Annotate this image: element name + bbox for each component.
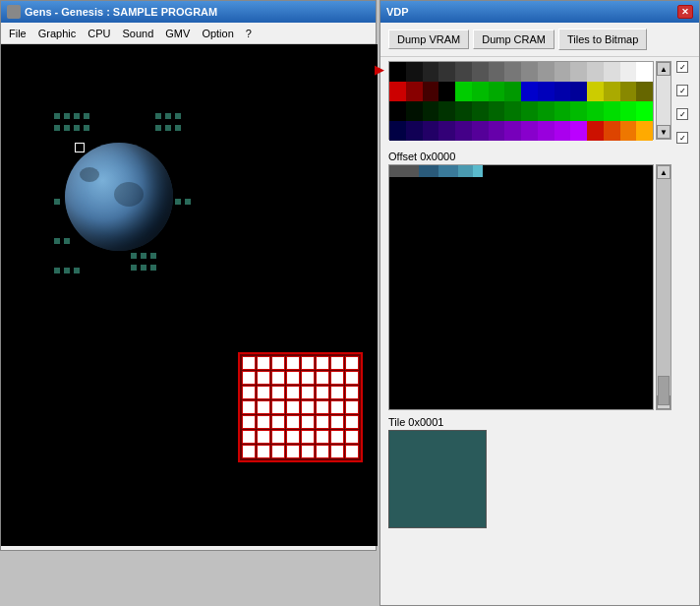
palette-check-2[interactable]: ✓ [676, 108, 688, 120]
menu-gmv[interactable]: GMV [159, 26, 196, 41]
palette-cell[interactable] [554, 121, 571, 141]
palette-cell[interactable] [620, 101, 637, 121]
palette-cell[interactable] [489, 101, 505, 121]
palette-cell[interactable] [521, 62, 538, 82]
dump-cram-button[interactable]: Dump CRAM [473, 30, 554, 49]
tiles-to-bitmap-button[interactable]: Tiles to Bitmap [558, 29, 647, 50]
menu-help[interactable]: ? [240, 26, 258, 41]
palette-cell[interactable] [423, 101, 439, 121]
palette-check-0[interactable]: ✓ [676, 61, 688, 73]
grid-cell [286, 445, 300, 458]
palette-cell[interactable] [438, 62, 455, 82]
vdp-close-button[interactable]: ✕ [677, 5, 693, 19]
palette-cell[interactable] [438, 82, 455, 101]
tile-preview [388, 430, 487, 528]
palette-cell[interactable] [554, 82, 571, 101]
tiles-scrollbar[interactable]: ▲ ▼ [656, 164, 671, 410]
palette-cell[interactable] [521, 101, 538, 121]
palette-cell[interactable] [587, 121, 604, 141]
palette-cell[interactable] [389, 82, 406, 101]
palette-cell[interactable] [636, 82, 653, 101]
palette-cell[interactable] [554, 62, 571, 82]
palette-cell[interactable] [538, 82, 554, 101]
palette-cell[interactable] [504, 62, 521, 82]
moon-graphic [65, 143, 173, 251]
palette-cell[interactable] [423, 82, 439, 101]
palette-cell[interactable] [521, 82, 538, 101]
grid-cell [271, 415, 285, 429]
palette-cell[interactable] [570, 62, 587, 82]
palette-cell[interactable] [636, 101, 653, 121]
palette-row-0[interactable] [389, 62, 653, 82]
palette-cell[interactable] [489, 82, 505, 101]
palette-cell[interactable] [455, 121, 472, 141]
palette-cell[interactable] [504, 82, 521, 101]
palette-cell[interactable] [455, 82, 472, 101]
palette-cell[interactable] [455, 62, 472, 82]
palette-cell[interactable] [504, 121, 521, 141]
palette-cell[interactable] [604, 82, 620, 101]
palette-cell[interactable] [570, 101, 587, 121]
palette-cell[interactable] [472, 101, 489, 121]
palette-cell[interactable] [587, 82, 604, 101]
palette-cell[interactable] [489, 62, 505, 82]
palette-row-2[interactable] [389, 101, 653, 121]
palette-cell[interactable] [406, 121, 423, 141]
palette-scroll-down[interactable]: ▼ [657, 125, 671, 139]
tiles-scroll-track[interactable] [657, 179, 671, 395]
grid-cell [330, 430, 344, 444]
palette-cell[interactable] [587, 62, 604, 82]
palette-cell[interactable] [438, 121, 455, 141]
tiles-scroll-thumb[interactable] [658, 376, 670, 405]
menu-option[interactable]: Option [196, 26, 239, 41]
palette-cell[interactable] [604, 62, 620, 82]
menu-file[interactable]: File [3, 26, 32, 41]
palette-cell[interactable] [636, 62, 653, 82]
palette-cell[interactable] [538, 62, 554, 82]
palette-table[interactable] [388, 61, 654, 140]
tiles-canvas[interactable] [388, 164, 654, 410]
tiles-scroll-up[interactable]: ▲ [657, 165, 671, 179]
menu-graphic[interactable]: Graphic [32, 26, 83, 41]
palette-cell[interactable] [604, 121, 620, 141]
dot-pattern-bbr [129, 251, 158, 274]
palette-cell[interactable] [504, 101, 521, 121]
dump-vram-button[interactable]: Dump VRAM [388, 30, 469, 49]
palette-cell[interactable] [521, 121, 538, 141]
palette-check-1[interactable]: ✓ [676, 85, 688, 96]
menu-sound[interactable]: Sound [117, 26, 160, 41]
palette-cell[interactable] [604, 101, 620, 121]
palette-cell[interactable] [423, 62, 439, 82]
menu-cpu[interactable]: CPU [82, 26, 116, 41]
palette-cell[interactable] [636, 121, 653, 141]
palette-cell[interactable] [472, 121, 489, 141]
palette-cell[interactable] [554, 101, 571, 121]
palette-scroll-up[interactable]: ▲ [657, 62, 671, 76]
palette-scrollbar[interactable]: ▲ ▼ [656, 61, 671, 140]
palette-cell[interactable] [570, 121, 587, 141]
palette-cell[interactable] [389, 121, 406, 141]
palette-row-1[interactable] [389, 82, 653, 101]
palette-cell[interactable] [620, 62, 637, 82]
grid-cell [271, 445, 285, 458]
grid-cell [257, 415, 270, 429]
palette-cell[interactable] [406, 62, 423, 82]
palette-cell[interactable] [570, 82, 587, 101]
palette-cell[interactable] [389, 101, 406, 121]
palette-cell[interactable] [620, 121, 637, 141]
palette-cell[interactable] [438, 101, 455, 121]
palette-cell[interactable] [538, 121, 554, 141]
palette-cell[interactable] [489, 121, 505, 141]
palette-cell[interactable] [455, 101, 472, 121]
palette-cell[interactable] [423, 121, 439, 141]
palette-cell[interactable] [620, 82, 637, 101]
palette-cell[interactable] [472, 82, 489, 101]
palette-cell[interactable] [389, 62, 406, 82]
palette-cell[interactable] [406, 101, 423, 121]
palette-row-3[interactable] [389, 121, 653, 141]
palette-cell[interactable] [587, 101, 604, 121]
palette-cell[interactable] [538, 101, 554, 121]
palette-cell[interactable] [472, 62, 489, 82]
palette-cell[interactable] [406, 82, 423, 101]
palette-check-3[interactable]: ✓ [676, 132, 688, 144]
